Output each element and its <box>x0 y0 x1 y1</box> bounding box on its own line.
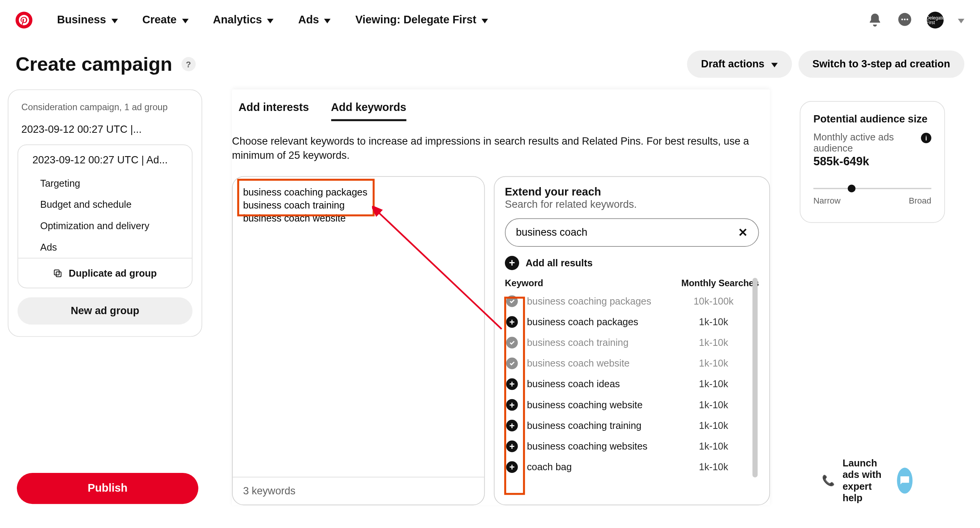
top-nav: Business Create Analytics Ads Viewing: D… <box>0 0 980 35</box>
nav-business[interactable]: Business <box>57 14 118 27</box>
add-all-button[interactable]: + Add all results <box>505 256 759 270</box>
keyword-row[interactable]: business coach website1k-10k <box>505 353 759 373</box>
check-icon <box>506 337 518 348</box>
avatar[interactable]: Delegate First <box>927 11 944 28</box>
sidebar-item-ads[interactable]: Ads <box>18 236 192 258</box>
chevron-down-icon <box>771 62 777 67</box>
svg-rect-4 <box>54 270 59 275</box>
draft-actions-button[interactable]: Draft actions <box>687 51 792 78</box>
chat-icon[interactable] <box>897 12 913 28</box>
reach-panel: Extend your reach Search for related key… <box>494 176 770 505</box>
keyword-row[interactable]: +business coaching training1k-10k <box>505 415 759 436</box>
keyword-volume: 10k-100k <box>668 295 759 306</box>
plus-icon[interactable]: + <box>506 440 518 452</box>
keyword-row[interactable]: +coach bag1k-10k <box>505 456 759 477</box>
phone-icon: 📞 <box>822 474 835 487</box>
tab-interests[interactable]: Add interests <box>238 101 309 121</box>
keywords-description: Choose relevant keywords to increase ad … <box>232 128 770 176</box>
keywords-input-box: 3 keywords <box>232 176 485 505</box>
keyword-table: Keyword Monthly Searches business coachi… <box>505 278 759 477</box>
keyword-name: business coach website <box>527 358 660 369</box>
plus-icon[interactable]: + <box>506 420 518 431</box>
info-icon[interactable]: i <box>921 133 931 143</box>
keyword-name: business coaching website <box>527 399 660 410</box>
svg-point-2 <box>904 19 905 20</box>
chevron-down-icon[interactable] <box>958 18 964 23</box>
sidebar-item-optimization[interactable]: Optimization and delivery <box>18 215 192 236</box>
center-panel: Add interests Add keywords Choose releva… <box>232 90 770 505</box>
page-header: Create campaign ? Draft actions Switch t… <box>0 35 980 89</box>
keyword-volume: 1k-10k <box>668 441 759 452</box>
nav-ads[interactable]: Ads <box>298 14 331 27</box>
new-adgroup-button[interactable]: New ad group <box>18 297 193 324</box>
svg-point-1 <box>901 19 903 20</box>
keyword-volume: 1k-10k <box>668 316 759 328</box>
campaign-sidebar: Consideration campaign, 1 ad group 2023-… <box>8 90 202 337</box>
keyword-row[interactable]: +business coaching website1k-10k <box>505 394 759 415</box>
pinterest-logo-icon[interactable] <box>16 11 33 28</box>
nav-analytics[interactable]: Analytics <box>213 14 273 27</box>
keyword-volume: 1k-10k <box>668 399 759 410</box>
scrollbar[interactable] <box>753 278 758 477</box>
adgroup-name[interactable]: 2023-09-12 00:27 UTC | Ad... <box>18 145 192 172</box>
keyword-name: coach bag <box>527 461 660 473</box>
keyword-row[interactable]: +business coach ideas1k-10k <box>505 373 759 394</box>
plus-icon[interactable]: + <box>506 461 518 473</box>
slider-broad: Broad <box>909 196 931 205</box>
audience-card: Potential audience size Monthly active a… <box>800 101 945 223</box>
chevron-down-icon <box>182 18 188 23</box>
audience-value: 585k-649k <box>813 155 931 169</box>
keyword-name: business coaching training <box>527 420 660 431</box>
switch-mode-button[interactable]: Switch to 3-step ad creation <box>798 51 964 78</box>
keyword-name: business coaching websites <box>527 441 660 452</box>
plus-icon[interactable]: + <box>506 316 518 328</box>
col-keyword: Keyword <box>505 278 668 288</box>
svg-rect-5 <box>56 272 61 277</box>
nav-viewing[interactable]: Viewing: Delegate First <box>355 14 488 27</box>
tab-keywords[interactable]: Add keywords <box>331 101 407 121</box>
plus-icon: + <box>505 256 519 270</box>
reach-subtitle: Search for related keywords. <box>505 199 759 210</box>
keyword-search[interactable]: ✕ <box>505 218 759 246</box>
keywords-textarea[interactable] <box>233 177 484 477</box>
sidebar-item-budget[interactable]: Budget and schedule <box>18 194 192 215</box>
chat-bubble-icon[interactable] <box>897 468 912 494</box>
keyword-search-input[interactable] <box>516 227 732 238</box>
keywords-count: 3 keywords <box>233 477 484 505</box>
bell-icon[interactable] <box>867 12 883 28</box>
keyword-row[interactable]: +business coaching websites1k-10k <box>505 436 759 456</box>
keyword-name: business coaching packages <box>527 295 660 306</box>
keyword-volume: 1k-10k <box>668 337 759 348</box>
keyword-row[interactable]: +business coach packages1k-10k <box>505 311 759 332</box>
svg-point-3 <box>906 19 908 20</box>
keyword-volume: 1k-10k <box>668 420 759 431</box>
audience-label: Monthly active ads audience i <box>813 132 931 154</box>
chevron-down-icon <box>267 18 274 23</box>
chevron-down-icon <box>324 18 331 23</box>
audience-slider <box>813 188 931 189</box>
plus-icon[interactable]: + <box>506 378 518 389</box>
keyword-row[interactable]: business coaching packages10k-100k <box>505 291 759 311</box>
keyword-volume: 1k-10k <box>668 358 759 369</box>
campaign-name[interactable]: 2023-09-12 00:27 UTC |... <box>8 119 202 141</box>
publish-button[interactable]: Publish <box>17 473 198 504</box>
col-volume: Monthly Searches <box>668 278 759 288</box>
slider-narrow: Narrow <box>813 196 841 205</box>
audience-title: Potential audience size <box>813 113 931 125</box>
page-title: Create campaign <box>16 53 172 75</box>
nav-create[interactable]: Create <box>142 14 188 27</box>
check-icon <box>506 357 518 369</box>
duplicate-icon <box>53 269 62 278</box>
duplicate-adgroup-button[interactable]: Duplicate ad group <box>18 258 192 288</box>
clear-search-icon[interactable]: ✕ <box>738 225 748 240</box>
check-icon <box>506 295 518 307</box>
keyword-name: business coach packages <box>527 316 660 327</box>
keyword-volume: 1k-10k <box>668 378 759 389</box>
chevron-down-icon <box>482 18 488 23</box>
launch-help[interactable]: 📞 Launch ads withexpert help <box>822 452 913 509</box>
sidebar-item-targeting[interactable]: Targeting <box>18 172 192 194</box>
plus-icon[interactable]: + <box>506 399 518 411</box>
slider-dot <box>848 185 855 192</box>
help-icon[interactable]: ? <box>181 57 196 71</box>
keyword-row[interactable]: business coach training1k-10k <box>505 332 759 353</box>
